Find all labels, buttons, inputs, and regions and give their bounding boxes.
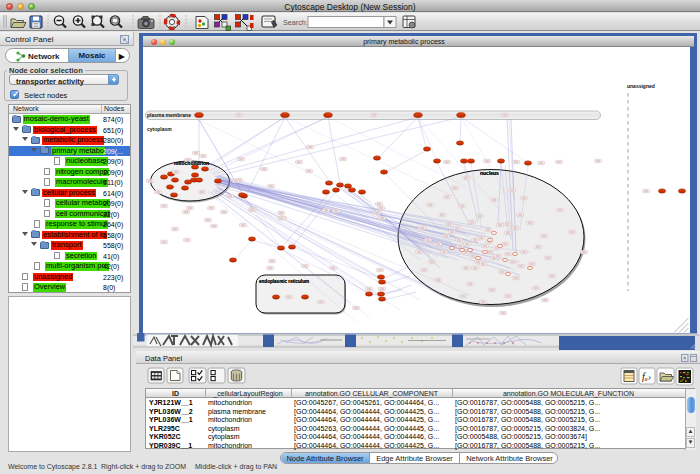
svg-text:plasma membrane: plasma membrane [147,112,191,118]
svg-text:unassigned: unassigned [627,83,655,89]
svg-text:endoplasmic reticulum: endoplasmic reticulum [259,279,309,284]
svg-text:cytoplasm: cytoplasm [147,126,172,132]
svg-text:nucleus: nucleus [480,170,499,176]
svg-text:Search:: Search: [283,18,308,27]
svg-text:mitochondrion: mitochondrion [174,160,209,166]
svg-text:fₒ›: fₒ› [642,371,651,382]
